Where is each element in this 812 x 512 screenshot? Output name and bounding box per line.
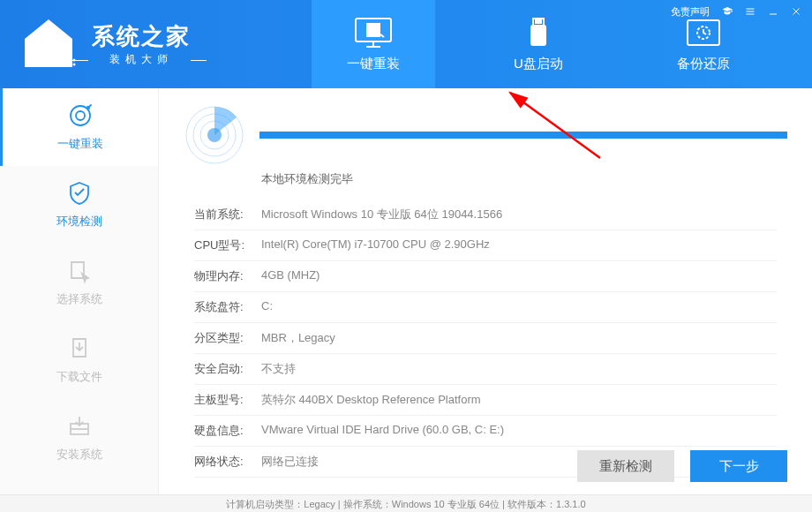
info-val: 4GB (MHZ) bbox=[261, 268, 320, 284]
info-row: 分区类型:MBR，Legacy bbox=[194, 323, 777, 354]
next-button[interactable]: 下一步 bbox=[690, 450, 787, 482]
info-key: 当前系统: bbox=[194, 207, 261, 222]
info-val: Intel(R) Core(TM) i7-10700 CPU @ 2.90GHz bbox=[261, 237, 490, 253]
info-val: Microsoft Windows 10 专业版 64位 19044.1566 bbox=[261, 207, 502, 222]
svg-rect-15 bbox=[367, 24, 372, 29]
sidebar-item-download[interactable]: 下载文件 bbox=[0, 321, 158, 399]
rescan-button[interactable]: 重新检测 bbox=[577, 450, 674, 482]
info-row: 安全启动:不支持 bbox=[194, 354, 777, 385]
info-val: 不支持 bbox=[261, 361, 296, 377]
svg-rect-21 bbox=[536, 20, 538, 23]
logo-area: 系统之家 装机大师 bbox=[0, 0, 265, 88]
info-key: 分区类型: bbox=[194, 330, 261, 346]
info-row: 物理内存:4GB (MHZ) bbox=[194, 261, 777, 292]
shield-icon bbox=[66, 180, 93, 207]
disclaimer-link[interactable]: 免责声明 bbox=[671, 5, 710, 19]
sidebar-item-label: 安装系统 bbox=[56, 447, 102, 463]
logo-icon bbox=[18, 18, 79, 71]
monitor-icon bbox=[354, 17, 393, 49]
svg-point-6 bbox=[66, 59, 69, 62]
sidebar-item-label: 下载文件 bbox=[56, 369, 102, 385]
info-key: 网络状态: bbox=[194, 454, 261, 470]
backup-icon bbox=[684, 17, 723, 49]
app-subtitle: 装机大师 bbox=[92, 52, 191, 67]
svg-rect-20 bbox=[531, 26, 545, 45]
nav-tab-label: 一键重装 bbox=[347, 56, 400, 72]
sidebar: 一键重装 环境检测 选择系统 下载文件 安装系统 bbox=[0, 88, 159, 494]
info-key: 物理内存: bbox=[194, 268, 261, 284]
svg-point-27 bbox=[76, 111, 85, 120]
nav-tab-reinstall[interactable]: 一键重装 bbox=[312, 0, 435, 88]
close-icon[interactable] bbox=[791, 6, 801, 19]
sidebar-item-label: 选择系统 bbox=[56, 291, 102, 307]
svg-rect-16 bbox=[374, 24, 380, 29]
graduate-icon[interactable] bbox=[722, 6, 733, 19]
info-val: MBR，Legacy bbox=[261, 330, 335, 346]
svg-point-11 bbox=[73, 64, 76, 66]
info-row: 硬盘信息:VMware Virtual IDE Hard Drive (60.0… bbox=[194, 416, 777, 447]
info-val: 网络已连接 bbox=[261, 454, 319, 470]
sidebar-item-reinstall[interactable]: 一键重装 bbox=[0, 88, 158, 166]
action-buttons: 重新检测 下一步 bbox=[577, 450, 787, 482]
info-key: 硬盘信息: bbox=[194, 423, 261, 439]
progress-row bbox=[184, 104, 787, 166]
info-key: 安全启动: bbox=[194, 361, 261, 377]
info-val: 英特尔 440BX Desktop Reference Platform bbox=[261, 392, 481, 408]
app-title: 系统之家 bbox=[92, 21, 191, 52]
info-val: C: bbox=[261, 299, 273, 315]
download-icon bbox=[66, 335, 93, 362]
nav-tab-label: U盘启动 bbox=[514, 56, 563, 72]
menu-icon[interactable] bbox=[745, 6, 756, 19]
info-key: 系统盘符: bbox=[194, 299, 261, 315]
info-row: CPU型号:Intel(R) Core(TM) i7-10700 CPU @ 2… bbox=[194, 230, 777, 261]
info-val: VMware Virtual IDE Hard Drive (60.0 GB, … bbox=[261, 423, 504, 439]
svg-rect-22 bbox=[539, 20, 541, 23]
sidebar-item-label: 一键重装 bbox=[57, 136, 103, 152]
svg-rect-17 bbox=[367, 31, 372, 36]
sidebar-item-install[interactable]: 安装系统 bbox=[0, 399, 158, 477]
select-icon bbox=[66, 258, 93, 284]
nav-tab-label: 备份还原 bbox=[677, 56, 730, 72]
usb-icon bbox=[519, 17, 558, 49]
minimize-icon[interactable] bbox=[768, 6, 778, 19]
info-row: 主板型号:英特尔 440BX Desktop Reference Platfor… bbox=[194, 385, 777, 416]
info-row: 系统盘符:C: bbox=[194, 292, 777, 323]
install-icon bbox=[66, 413, 93, 440]
info-key: CPU型号: bbox=[194, 237, 261, 253]
svg-rect-18 bbox=[374, 31, 380, 36]
progress-label: 本地环境检测完毕 bbox=[261, 171, 787, 187]
progress-bar bbox=[259, 132, 787, 139]
sidebar-item-envcheck[interactable]: 环境检测 bbox=[0, 166, 158, 244]
svg-point-10 bbox=[70, 64, 72, 66]
sidebar-item-label: 环境检测 bbox=[56, 214, 102, 230]
info-row: 当前系统:Microsoft Windows 10 专业版 64位 19044.… bbox=[194, 200, 777, 230]
target-icon bbox=[67, 102, 94, 129]
svg-point-9 bbox=[66, 64, 69, 66]
nav-tab-usb[interactable]: U盘启动 bbox=[477, 0, 600, 88]
sidebar-item-choose[interactable]: 选择系统 bbox=[0, 244, 158, 321]
body-area: 一键重装 环境检测 选择系统 下载文件 安装系统 本地环境检测完毕 当前系统:M… bbox=[0, 88, 812, 494]
titlebar: 免责声明 bbox=[671, 5, 801, 19]
main-panel: 本地环境检测完毕 当前系统:Microsoft Windows 10 专业版 6… bbox=[159, 88, 812, 494]
statusbar: 计算机启动类型：Legacy | 操作系统：Windows 10 专业版 64位… bbox=[0, 494, 812, 512]
info-key: 主板型号: bbox=[194, 392, 261, 408]
radar-icon bbox=[184, 104, 245, 166]
header: 免责声明 系统之家 装机大师 一键重装 U盘启动 备份还原 bbox=[0, 0, 812, 88]
info-list: 当前系统:Microsoft Windows 10 专业版 64位 19044.… bbox=[184, 200, 787, 478]
